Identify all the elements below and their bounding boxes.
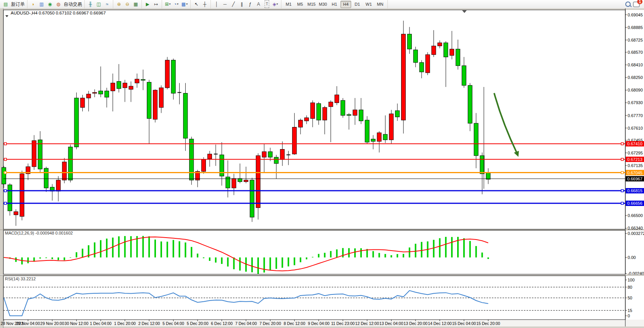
- svg-text:7 Dec 04:00: 7 Dec 04:00: [235, 321, 257, 326]
- toolbar-group-1: ◗▥◉◍自动交易: [27, 0, 85, 8]
- toolbar-group-3: ⊕⊖▦: [113, 0, 142, 8]
- svg-text:13 Dec 20:00: 13 Dec 20:00: [404, 321, 428, 326]
- horizontal-line-icon[interactable]: ─: [221, 1, 229, 8]
- svg-text:9 Dec 04:00: 9 Dec 04:00: [308, 321, 329, 326]
- svg-text:0.69045: 0.69045: [628, 13, 643, 17]
- notification-badge: 1: [637, 0, 642, 4]
- templates-icon-dropdown[interactable]: ▾: [186, 1, 188, 8]
- horizontal-line-icon: ─: [223, 1, 227, 8]
- channel-icon: ∥: [241, 1, 243, 8]
- zoom-in-icon[interactable]: ⊕: [115, 1, 123, 8]
- toolbar-group-7: │─╱∥ƒAT◈▾: [211, 0, 281, 8]
- fibonacci-icon[interactable]: ƒ: [246, 1, 254, 8]
- vertical-line-icon[interactable]: │: [213, 1, 220, 8]
- autotrading-icon[interactable]: ◍: [55, 1, 62, 8]
- new-order-icon: ▤: [3, 1, 8, 8]
- timeframe-m5[interactable]: M5: [295, 1, 305, 8]
- label-icon[interactable]: T: [263, 1, 271, 8]
- line-chart-icon: ≈: [106, 1, 109, 8]
- svg-text:15: 15: [628, 308, 632, 313]
- arrows-icon[interactable]: ◈▾: [271, 1, 279, 8]
- arrows-icon: ◈: [273, 1, 276, 8]
- sound-alert-icon[interactable]: ◗: [29, 1, 37, 8]
- svg-text:0.00: 0.00: [628, 255, 636, 260]
- new-order-label[interactable]: 新订单: [11, 1, 25, 8]
- periods-icon[interactable]: ◔▾: [172, 1, 180, 8]
- candlestick-chart-icon[interactable]: ◫: [95, 1, 103, 8]
- line-chart-icon[interactable]: ≈: [103, 1, 111, 8]
- new-order-icon[interactable]: ▤: [2, 1, 10, 8]
- signal-icon[interactable]: ◉: [46, 1, 54, 8]
- cursor-icon: ↖: [194, 1, 198, 8]
- svg-text:0.67770: 0.67770: [628, 113, 643, 118]
- chart-window: 0.690450.688850.687250.685700.684100.682…: [0, 8, 644, 328]
- autotrading-label[interactable]: 自动交易: [64, 1, 82, 8]
- svg-text:0.66815: 0.66815: [627, 188, 642, 193]
- timeframe-h1[interactable]: H1: [329, 1, 340, 8]
- cursor-icon[interactable]: ↖: [193, 1, 200, 8]
- indicators-icon: ⊞: [165, 1, 169, 8]
- svg-text:13 Dec 04:00: 13 Dec 04:00: [379, 321, 403, 326]
- crosshair-icon: ┼: [203, 1, 207, 8]
- main-toolbar: ▤新订单◗▥◉◍自动交易╫◫≈⊕⊖▦▶↦⊞▾◔▾▩▾↖┼│─╱∥ƒAT◈▾M1M…: [0, 0, 644, 9]
- text-icon: A: [257, 1, 260, 8]
- toolbar-group-6: ↖┼: [191, 0, 211, 8]
- timeframe-h4[interactable]: H4: [340, 1, 351, 8]
- indicators-icon[interactable]: ⊞▾: [164, 1, 172, 8]
- svg-text:0: 0: [628, 314, 630, 318]
- svg-text:0.67410: 0.67410: [627, 141, 642, 146]
- svg-text:0.66967: 0.66967: [627, 177, 642, 181]
- crosshair-icon[interactable]: ┼: [201, 1, 209, 8]
- zoom-out-icon[interactable]: ⊖: [124, 1, 131, 8]
- auto-scroll-icon[interactable]: ▶: [144, 1, 151, 8]
- svg-text:0.003272: 0.003272: [628, 231, 644, 236]
- channel-icon[interactable]: ∥: [238, 1, 246, 8]
- timeframe-m1[interactable]: M1: [283, 1, 294, 8]
- toolbar-group-2: ╫◫≈: [85, 0, 113, 8]
- chart-shift-icon[interactable]: ↦: [152, 1, 160, 8]
- timeframe-m15[interactable]: M15: [306, 1, 317, 8]
- svg-text:11 Dec 23:00: 11 Dec 23:00: [331, 321, 355, 326]
- timeframe-mn[interactable]: MN: [375, 1, 385, 8]
- chart-canvas[interactable]: 0.690450.688850.687250.685700.684100.682…: [0, 8, 644, 328]
- arrows-icon-dropdown[interactable]: ▾: [276, 1, 278, 8]
- templates-icon[interactable]: ▩▾: [181, 1, 188, 8]
- svg-text:8 Dec 12:00: 8 Dec 12:00: [284, 321, 305, 326]
- svg-text:100: 100: [628, 278, 634, 282]
- chart-shift-icon: ↦: [154, 1, 158, 8]
- toolbar-group-0: ▤新订单: [0, 0, 27, 8]
- svg-text:5 Dec 04:00: 5 Dec 04:00: [162, 321, 184, 326]
- svg-text:6 Dec 12:00: 6 Dec 12:00: [211, 321, 233, 326]
- svg-text:0.68250: 0.68250: [628, 75, 643, 80]
- svg-text:1 Dec 04:00: 1 Dec 04:00: [90, 321, 112, 326]
- text-icon[interactable]: A: [255, 1, 262, 8]
- svg-text:0.68725: 0.68725: [628, 38, 643, 42]
- bar-chart-icon[interactable]: ╫: [87, 1, 94, 8]
- svg-text:0.68570: 0.68570: [628, 50, 643, 55]
- market-watch-icon[interactable]: ▥: [38, 1, 45, 8]
- indicators-icon-dropdown[interactable]: ▾: [169, 1, 171, 8]
- timeframe-d1[interactable]: D1: [352, 1, 363, 8]
- tile-windows-icon[interactable]: ▦: [132, 1, 140, 8]
- notifications-icon[interactable]: 1: [633, 1, 640, 8]
- svg-text:AUDUSD-,H4 0.67050 0.67102 0.: AUDUSD-,H4 0.67050 0.67102 0.66967 0.669…: [11, 11, 106, 15]
- search-icon[interactable]: [624, 1, 632, 8]
- timeframe-w1[interactable]: W1: [363, 1, 374, 8]
- label-icon: T: [265, 0, 269, 8]
- svg-text:50: 50: [628, 296, 632, 300]
- svg-text:0.67045: 0.67045: [627, 170, 642, 175]
- bar-chart-icon: ╫: [89, 1, 92, 8]
- candlestick-chart-icon: ◫: [96, 1, 101, 8]
- market-watch-icon: ▥: [39, 1, 43, 8]
- trendline-icon[interactable]: ╱: [230, 1, 237, 8]
- autotrading-icon: ◍: [56, 1, 60, 8]
- periods-icon-dropdown[interactable]: ▾: [177, 1, 178, 8]
- svg-text:RSI(14) 33.2212: RSI(14) 33.2212: [5, 277, 36, 281]
- toolbar-group-4: ▶↦: [142, 0, 162, 8]
- auto-scroll-icon: ▶: [146, 1, 149, 8]
- svg-text:12 Dec 12:00: 12 Dec 12:00: [355, 321, 379, 326]
- zoom-out-icon: ⊖: [125, 1, 129, 8]
- timeframe-group: M1M5M15M30H1H4D1W1MN: [281, 0, 388, 8]
- timeframe-m30[interactable]: M30: [318, 1, 328, 8]
- svg-text:1 Dec 20:00: 1 Dec 20:00: [114, 321, 136, 326]
